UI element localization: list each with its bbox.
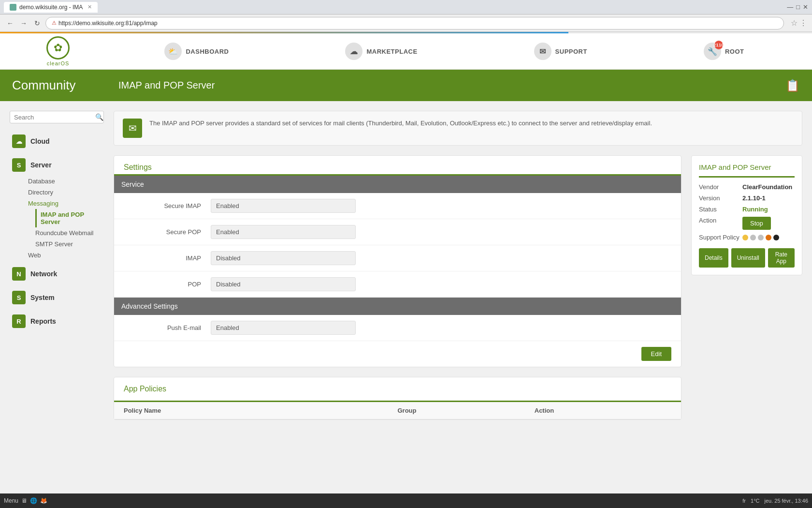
policy-col-action: Action (535, 407, 671, 414)
ssl-icon: ⚠ (52, 20, 57, 26)
setting-row-secure-pop: Secure POP Enabled (114, 219, 681, 245)
taskbar-menu[interactable]: Menu (4, 497, 18, 504)
sidebar-item-imap-pop[interactable]: IMAP and POP Server (35, 209, 104, 227)
tab-label: demo.wikisuite.org - IMA (19, 4, 83, 11)
address-bar[interactable]: ⚠ https://demo.wikisuite.org:81/app/imap (45, 17, 784, 30)
taskbar: Menu 🖥 🌐 🦊 fr 1°C jeu. 25 févr., 13:46 (0, 493, 812, 508)
main-content: ✉ The IMAP and POP server provides a sta… (114, 111, 802, 430)
imap-value: Disabled (211, 251, 356, 265)
reports-label: Reports (30, 317, 56, 325)
action-buttons: Details Uninstall Rate App (699, 248, 795, 268)
clearos-logo: ✿ (46, 36, 70, 60)
header-action-icon[interactable]: 📋 (785, 79, 800, 92)
sidebar-item-system[interactable]: S System (10, 287, 104, 308)
sidebar-item-server[interactable]: S Server (10, 154, 104, 176)
sidebar-item-directory[interactable]: Directory (28, 187, 104, 198)
rate-app-button[interactable]: Rate App (768, 248, 795, 268)
search-input[interactable] (14, 114, 95, 121)
mail-icon: ✉ (123, 119, 142, 138)
taskbar-icon-2[interactable]: 🌐 (30, 497, 37, 504)
secure-imap-label: Secure IMAP (124, 202, 211, 209)
sidebar-section-system: S System (10, 287, 104, 308)
reload-button[interactable]: ↻ (32, 18, 43, 29)
dot-1 (742, 235, 748, 240)
secure-pop-label: Secure POP (124, 228, 211, 236)
sidebar-item-smtp[interactable]: SMTP Server (35, 239, 104, 250)
sidebar-section-reports: R Reports (10, 311, 104, 332)
browser-tab[interactable]: demo.wikisuite.org - IMA ✕ (4, 2, 98, 13)
stop-button[interactable]: Stop (742, 217, 771, 230)
uninstall-button[interactable]: Uninstall (731, 248, 765, 268)
settings-area: Settings Service Secure IMAP Enabled Sec… (114, 155, 682, 430)
secure-pop-value: Enabled (211, 225, 356, 239)
window-maximize[interactable]: □ (796, 3, 800, 11)
search-box[interactable]: 🔍 (10, 111, 104, 123)
setting-row-push-email: Push E-mail Enabled (114, 315, 681, 341)
sidebar-item-reports[interactable]: R Reports (10, 311, 104, 332)
tab-close-button[interactable]: ✕ (87, 4, 92, 10)
dashboard-link[interactable]: ⛅ DASHBOARD (164, 43, 229, 60)
server-icon: S (12, 158, 26, 172)
setting-row-imap: IMAP Disabled (114, 245, 681, 271)
details-button[interactable]: Details (699, 248, 728, 268)
taskbar-lang: fr (742, 498, 746, 504)
support-policy-label: Support Policy (699, 234, 742, 241)
push-email-value: Enabled (211, 321, 356, 335)
support-icon: ✉ (534, 43, 551, 60)
reports-icon: R (12, 314, 26, 328)
back-button[interactable]: ← (5, 18, 15, 29)
policies-title: App Policies (124, 385, 671, 393)
browser-controls: ← → ↻ ⚠ https://demo.wikisuite.org:81/ap… (0, 15, 812, 32)
status-value: Running (742, 206, 768, 213)
setting-row-pop: POP Disabled (114, 271, 681, 298)
support-policy-dots (742, 234, 779, 241)
taskbar-icon-1[interactable]: 🖥 (21, 497, 27, 504)
taskbar-icon-3[interactable]: 🦊 (40, 497, 47, 504)
sidebar-item-roundcube[interactable]: Roundcube Webmail (35, 227, 104, 239)
info-box: ✉ The IMAP and POP server provides a sta… (114, 111, 802, 146)
content-row: Settings Service Secure IMAP Enabled Sec… (114, 155, 802, 430)
sidebar-item-messaging[interactable]: Messaging (28, 198, 104, 209)
action-label: Action (699, 217, 742, 230)
status-row: Status Running (699, 206, 795, 213)
forward-button[interactable]: → (18, 18, 29, 29)
app-container: ✿ clearOS ⛅ DASHBOARD ☁ MARKETPLACE ✉ SU… (0, 33, 812, 508)
search-icon: 🔍 (95, 113, 103, 121)
dot-3 (758, 235, 764, 240)
logo-area: ✿ clearOS (10, 36, 106, 66)
bookmark-icon[interactable]: ☆ (791, 18, 798, 28)
action-value: Stop (742, 217, 771, 230)
imap-label: IMAP (124, 254, 211, 262)
settings-title: Settings (114, 156, 681, 176)
tab-favicon (10, 4, 16, 11)
marketplace-icon: ☁ (345, 43, 362, 60)
edit-button[interactable]: Edit (641, 347, 671, 361)
sidebar-item-network[interactable]: N Network (10, 263, 104, 284)
sidebar-item-web[interactable]: Web (28, 250, 104, 261)
right-panel: IMAP and POP Server Vendor ClearFoundati… (691, 155, 802, 430)
network-label: Network (30, 270, 57, 278)
window-minimize[interactable]: — (787, 3, 793, 11)
version-row: Version 2.1.10-1 (699, 194, 795, 202)
dashboard-icon: ⛅ (164, 43, 182, 60)
support-link[interactable]: ✉ SUPPORT (534, 43, 587, 60)
window-close[interactable]: ✕ (803, 3, 808, 11)
advanced-header: Advanced Settings (114, 298, 681, 315)
vendor-value: ClearFoundation (742, 183, 792, 191)
info-box-text: The IMAP and POP server provides a stand… (149, 119, 652, 128)
sidebar-item-database[interactable]: Database (28, 176, 104, 187)
action-row: Action Stop (699, 217, 795, 230)
section-header: Community IMAP and POP Server 📋 (0, 70, 812, 101)
top-nav: ✿ clearOS ⛅ DASHBOARD ☁ MARKETPLACE ✉ SU… (0, 33, 812, 70)
marketplace-link[interactable]: ☁ MARKETPLACE (345, 43, 417, 60)
cloud-label: Cloud (30, 137, 50, 145)
setting-row-secure-imap: Secure IMAP Enabled (114, 193, 681, 219)
service-header: Service (114, 176, 681, 193)
sidebar-section-cloud: ☁ Cloud (10, 131, 104, 152)
taskbar-datetime: jeu. 25 févr., 13:46 (764, 498, 808, 504)
sidebar-item-cloud[interactable]: ☁ Cloud (10, 131, 104, 152)
menu-icon[interactable]: ⋮ (799, 18, 807, 28)
sidebar: 🔍 ☁ Cloud S Server Database Directory Me (10, 111, 104, 430)
root-link[interactable]: 🔧 2110 ROOT (704, 43, 744, 60)
policies-table-header: Policy Name Group Action (114, 402, 681, 419)
